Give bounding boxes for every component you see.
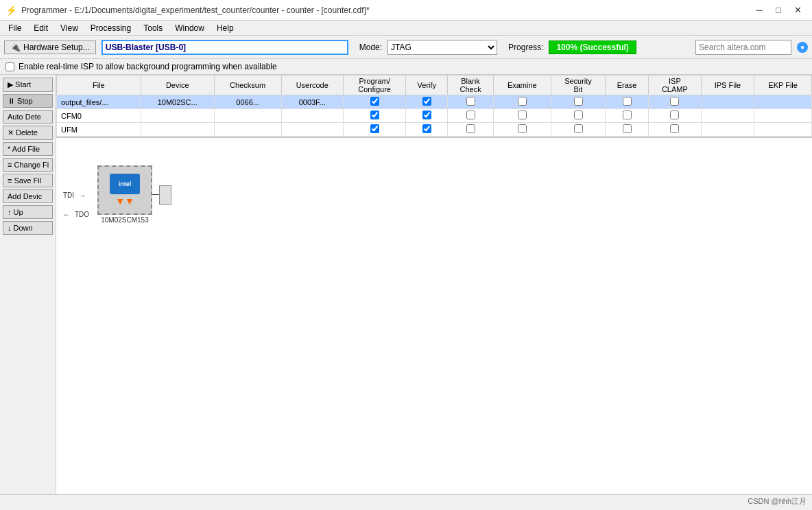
table-cell-program[interactable] <box>343 123 405 137</box>
statusbar-text: CSDN @hhh江月 <box>748 496 807 507</box>
hardware-setup-button[interactable]: 🔌 Hardware Setup... <box>4 40 96 54</box>
table-cell-blank-check[interactable] <box>448 109 494 123</box>
erase-checkbox[interactable] <box>623 111 632 119</box>
table-cell-verify[interactable] <box>406 109 448 123</box>
blank-check-checkbox[interactable] <box>466 124 475 133</box>
blank-check-checkbox[interactable] <box>466 111 475 119</box>
isp-clamp-checkbox[interactable] <box>670 124 679 133</box>
up-button[interactable]: ↑ Up <box>3 205 53 219</box>
stop-button[interactable]: ⏸ Stop <box>3 94 53 108</box>
examine-checkbox[interactable] <box>518 97 527 106</box>
table-cell-blank-check[interactable] <box>448 95 494 109</box>
examine-checkbox[interactable] <box>518 124 527 133</box>
table-cell-examine[interactable] <box>493 95 551 109</box>
col-program: Program/Configure <box>343 76 405 95</box>
erase-checkbox[interactable] <box>623 124 632 133</box>
chip-arrows-icon: ▼▼ <box>115 196 134 207</box>
table-cell-blank-check[interactable] <box>448 123 494 137</box>
table-cell-program[interactable] <box>343 109 405 123</box>
table-cell-security-bit[interactable] <box>551 109 605 123</box>
verify-checkbox[interactable] <box>422 111 431 119</box>
menu-view[interactable]: View <box>55 22 84 34</box>
table-cell <box>701 109 754 123</box>
start-button[interactable]: ▶ Start <box>3 78 53 92</box>
table-cell-security-bit[interactable] <box>551 95 605 109</box>
isp-checkbox[interactable] <box>5 62 14 71</box>
table-cell-examine[interactable] <box>493 123 551 137</box>
delete-button[interactable]: ✕ Delete <box>3 126 53 140</box>
program-checkbox[interactable] <box>370 124 379 133</box>
table-row[interactable]: CFM0 <box>57 109 812 123</box>
progress-label: Progress: <box>508 43 543 52</box>
menu-processing[interactable]: Processing <box>85 22 136 34</box>
table-cell <box>754 109 812 123</box>
line-icon <box>152 194 159 195</box>
usb-icon: 🔌 <box>10 43 21 52</box>
table-cell-security-bit[interactable] <box>551 123 605 137</box>
isp-clamp-checkbox[interactable] <box>670 97 679 106</box>
table-cell-examine[interactable] <box>493 109 551 123</box>
menu-edit[interactable]: Edit <box>28 22 53 34</box>
table-cell-erase[interactable] <box>606 95 649 109</box>
table-cell <box>701 95 754 109</box>
menu-window[interactable]: Window <box>169 22 210 34</box>
program-checkbox[interactable] <box>370 97 379 106</box>
connector-box <box>159 185 171 205</box>
down-button[interactable]: ↓ Down <box>3 221 53 235</box>
table-cell-program[interactable] <box>343 95 405 109</box>
verify-checkbox[interactable] <box>422 124 431 133</box>
examine-checkbox[interactable] <box>518 111 527 119</box>
table-row[interactable]: UFM <box>57 123 812 137</box>
col-device: Device <box>141 76 214 95</box>
search-input[interactable] <box>695 40 791 55</box>
table-cell: 10M02SC... <box>141 95 214 109</box>
verify-checkbox[interactable] <box>422 97 431 106</box>
close-button[interactable]: ✕ <box>789 3 807 17</box>
blank-check-checkbox[interactable] <box>466 97 475 106</box>
add-device-button[interactable]: Add Devic <box>3 189 53 203</box>
titlebar-controls: ─ □ ✕ <box>750 3 807 17</box>
menu-tools[interactable]: Tools <box>138 22 168 34</box>
maximize-button[interactable]: □ <box>769 3 787 17</box>
isp-clamp-checkbox[interactable] <box>670 111 679 119</box>
table-cell <box>141 123 214 137</box>
hardware-input[interactable] <box>102 40 348 55</box>
col-checksum: Checksum <box>214 76 281 95</box>
erase-checkbox[interactable] <box>623 97 632 106</box>
intel-badge: intel <box>110 174 140 194</box>
menu-file[interactable]: File <box>3 22 27 34</box>
col-file: File <box>57 76 141 95</box>
security-bit-checkbox[interactable] <box>574 97 583 106</box>
mode-select[interactable]: JTAG Active Serial Passive Serial <box>387 40 497 55</box>
table-cell-erase[interactable] <box>606 123 649 137</box>
statusbar: CSDN @hhh江月 <box>0 494 812 508</box>
diagram-area: TDI → intel ▼▼ ← TDO 10M02SCM153 <box>56 138 812 494</box>
app-icon: ⚡ <box>5 5 17 16</box>
col-verify: Verify <box>406 76 448 95</box>
sidebar: ▶ Start ⏸ Stop Auto Dete ✕ Delete * Add … <box>0 75 56 494</box>
change-file-button[interactable]: ≡ Change Fi <box>3 158 53 172</box>
tdi-arrow-icon: → <box>79 191 86 198</box>
add-file-button[interactable]: * Add File <box>3 142 53 156</box>
table-cell-verify[interactable] <box>406 123 448 137</box>
save-file-button[interactable]: ≡ Save Fil <box>3 174 53 187</box>
col-security: SecurityBit <box>551 76 605 95</box>
table-area: File Device Checksum Usercode Program/Co… <box>56 75 812 138</box>
table-cell-verify[interactable] <box>406 95 448 109</box>
menubar: File Edit View Processing Tools Window H… <box>0 21 812 36</box>
chip-name-label: 10M02SCM153 <box>97 216 152 224</box>
col-usercode: Usercode <box>281 76 343 95</box>
toolbar: 🔌 Hardware Setup... Mode: JTAG Active Se… <box>0 36 812 59</box>
table-body: output_files/...10M02SC...0066...0003F..… <box>57 95 812 137</box>
security-bit-checkbox[interactable] <box>574 124 583 133</box>
table-row[interactable]: output_files/...10M02SC...0066...0003F..… <box>57 95 812 109</box>
program-checkbox[interactable] <box>370 111 379 119</box>
security-bit-checkbox[interactable] <box>574 111 583 119</box>
auto-detect-button[interactable]: Auto Dete <box>3 110 53 124</box>
minimize-button[interactable]: ─ <box>750 3 768 17</box>
table-cell-erase[interactable] <box>606 109 649 123</box>
table-cell-isp-clamp[interactable] <box>649 109 702 123</box>
menu-help[interactable]: Help <box>211 22 239 34</box>
table-cell-isp-clamp[interactable] <box>649 95 702 109</box>
table-cell-isp-clamp[interactable] <box>649 123 702 137</box>
